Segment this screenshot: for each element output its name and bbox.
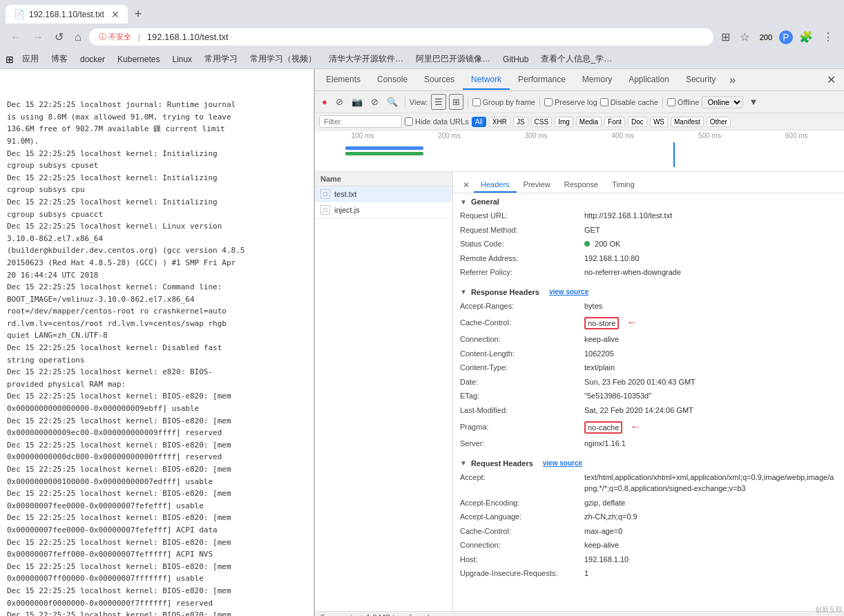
filter-js[interactable]: JS — [513, 117, 528, 127]
tab-security[interactable]: Security — [678, 70, 724, 90]
tab-memory[interactable]: Memory — [574, 70, 620, 90]
reload-button[interactable]: ↺ — [51, 29, 67, 45]
preview-tab[interactable]: Preview — [517, 177, 557, 193]
last-modified-value: Sat, 22 Feb 2020 14:24:06 GMT — [584, 405, 837, 416]
forward-button[interactable]: → — [29, 30, 47, 45]
filter-img[interactable]: Img — [555, 117, 573, 127]
home-button[interactable]: ⌂ — [71, 30, 85, 45]
translate-icon[interactable]: ⊞ — [718, 28, 733, 46]
filter-manifest[interactable]: Manifest — [671, 117, 704, 127]
hide-data-urls-label[interactable]: Hide data URLs — [405, 117, 469, 126]
upgrade-insecure-key: Upgrade-Insecure-Requests: — [460, 568, 584, 579]
tab-sources[interactable]: Sources — [416, 70, 463, 90]
accept-encoding-row: Accept-Encoding: gzip, deflate — [460, 496, 837, 510]
connection-key: Connection: — [460, 334, 584, 345]
profile-icon[interactable]: P — [779, 30, 793, 44]
tab-close-button[interactable]: ✕ — [111, 10, 119, 19]
browser-chrome: 📄 192.168.1.10/test.txt ✕ + ← → ↺ ⌂ ⓘ 不安… — [0, 0, 844, 69]
bookmark-docker[interactable]: docker — [75, 53, 111, 66]
filter-media[interactable]: Media — [576, 117, 602, 127]
bookmark-study[interactable]: 常用学习 — [199, 52, 243, 66]
screenshot-button[interactable]: 📷 — [349, 95, 365, 108]
offline-checkbox[interactable] — [667, 98, 675, 106]
offline-label[interactable]: Offline — [667, 98, 700, 106]
back-button[interactable]: ← — [7, 30, 25, 45]
request-headers-section: Request Headers view source Accept: text… — [453, 455, 844, 585]
bookmark-linux[interactable]: Linux — [166, 53, 198, 66]
filter-doc[interactable]: Doc — [628, 117, 647, 127]
search-button[interactable]: 🔍 — [384, 95, 401, 108]
bookmark-github[interactable]: GitHub — [497, 53, 534, 66]
bookmark-tsinghua[interactable]: 清华大学开源软件… — [323, 52, 409, 66]
response-headers-title: Response Headers view source — [460, 288, 837, 296]
filter-font[interactable]: Font — [604, 117, 625, 127]
watermark: 创新互联 — [815, 605, 843, 615]
filter-xhr[interactable]: XHR — [489, 117, 510, 127]
status-code-key: Status Code: — [460, 238, 584, 250]
preserve-log-label[interactable]: Preserve log — [544, 98, 597, 106]
tab-performance[interactable]: Performance — [510, 70, 574, 90]
devtools-close-button[interactable]: ✕ — [821, 70, 841, 89]
group-by-frame-label[interactable]: Group by frame — [472, 98, 535, 106]
response-tab[interactable]: Response — [557, 177, 606, 193]
filter-ws[interactable]: WS — [650, 117, 668, 127]
filter-input[interactable] — [319, 115, 402, 128]
network-item-test-txt[interactable]: □ test.txt — [315, 186, 452, 202]
general-section-title: General — [460, 198, 837, 206]
star-icon[interactable]: ☆ — [736, 28, 753, 46]
tab-network[interactable]: Network — [463, 70, 510, 90]
headers-tab[interactable]: Headers — [474, 177, 517, 193]
more-tabs-button[interactable]: » — [724, 71, 741, 89]
arrow-right-2: ← — [630, 421, 641, 432]
bookmark-study-video[interactable]: 常用学习（视频） — [244, 52, 322, 66]
hide-data-urls-checkbox[interactable] — [405, 117, 413, 126]
tab-console[interactable]: Console — [369, 70, 416, 90]
request-view-source-link[interactable]: view source — [543, 459, 582, 467]
record-button[interactable]: ● — [319, 95, 330, 108]
new-tab-button[interactable]: + — [129, 4, 148, 24]
bookmark-apps[interactable]: 应用 — [17, 52, 44, 66]
timing-tab[interactable]: Timing — [605, 177, 642, 193]
accept-encoding-value: gzip, deflate — [584, 497, 837, 509]
etag-row: ETag: "5e513986-10353d" — [460, 389, 837, 403]
filter-css[interactable]: CSS — [531, 117, 553, 127]
throttle-select[interactable]: Online — [702, 96, 743, 108]
preserve-log-checkbox[interactable] — [544, 98, 553, 106]
group-by-frame-checkbox[interactable] — [472, 98, 481, 106]
request-url-key: Request URL: — [460, 210, 584, 222]
bookmark-k8s[interactable]: Kubernetes — [112, 53, 165, 66]
devtools-tab-bar: Elements Console Sources Network Perform… — [315, 69, 844, 91]
extensions-icon[interactable]: 🧩 — [796, 28, 816, 46]
filter-button[interactable]: ⊘ — [368, 95, 381, 108]
page-content-text: Dec 15 22:25:25 localhost journal: Runti… — [4, 96, 309, 616]
referrer-policy-row: Referrer Policy: no-referrer-when-downgr… — [460, 265, 837, 280]
filter-all[interactable]: All — [472, 117, 486, 127]
connection-value: keep-alive — [584, 334, 837, 345]
general-section: General Request URL: http://192.168.1.10… — [453, 193, 844, 284]
page-content[interactable]: Dec 15 22:25:25 localhost journal: Runti… — [0, 69, 314, 616]
arrow-right-1: ← — [626, 316, 637, 328]
clear-button[interactable]: ⊘ — [333, 95, 346, 108]
settings-button[interactable]: ▼ — [746, 95, 760, 108]
remote-address-value: 192.168.1.10:80 — [584, 253, 837, 264]
content-length-row: Content-Length: 1062205 — [460, 347, 837, 361]
menu-icon[interactable]: ⋮ — [819, 28, 837, 46]
close-panel-button[interactable]: ✕ — [459, 177, 474, 193]
timeline-200ms: 200 ms — [406, 132, 493, 139]
badge-count[interactable]: 200 — [756, 32, 776, 42]
tab-elements[interactable]: Elements — [318, 70, 369, 90]
browser-tab[interactable]: 📄 192.168.1.10/test.txt ✕ — [6, 5, 128, 23]
network-item-inject-js[interactable]: □ inject.js — [315, 202, 452, 218]
bookmark-profile[interactable]: 查看个人信息_学… — [535, 52, 617, 66]
view-source-link[interactable]: view source — [549, 288, 588, 296]
disable-cache-checkbox[interactable] — [600, 98, 608, 106]
tab-application[interactable]: Application — [620, 70, 678, 90]
tab-favicon: 📄 — [14, 9, 25, 19]
list-view-button[interactable]: ☰ — [431, 94, 446, 110]
bookmark-alibaba[interactable]: 阿里巴巴开源镜像… — [410, 52, 496, 66]
address-input[interactable]: ⓘ 不安全 | 192.168.1.10/test.txt — [89, 28, 713, 46]
filter-other[interactable]: Other — [707, 117, 731, 127]
disable-cache-label[interactable]: Disable cache — [600, 98, 658, 106]
bookmark-blog[interactable]: 博客 — [46, 52, 73, 66]
grid-view-button[interactable]: ⊞ — [449, 94, 463, 110]
